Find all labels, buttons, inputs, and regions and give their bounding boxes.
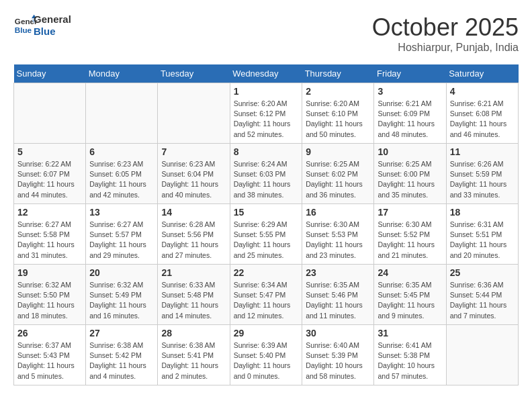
- day-info: Sunrise: 6:22 AM Sunset: 6:07 PM Dayligh…: [17, 159, 82, 200]
- day-info: Sunrise: 6:30 AM Sunset: 5:52 PM Dayligh…: [378, 220, 442, 261]
- day-number: 17: [378, 207, 442, 218]
- day-number: 28: [161, 328, 226, 338]
- weekday-header: Friday: [374, 64, 446, 83]
- day-number: 13: [89, 207, 154, 218]
- day-number: 8: [234, 146, 299, 157]
- logo-line1: General: [34, 13, 71, 26]
- calendar-cell: 12Sunrise: 6:27 AM Sunset: 5:58 PM Dayli…: [14, 204, 86, 265]
- day-info: Sunrise: 6:28 AM Sunset: 5:56 PM Dayligh…: [161, 220, 226, 261]
- day-number: 18: [450, 207, 515, 218]
- calendar-week-row: 19Sunrise: 6:32 AM Sunset: 5:50 PM Dayli…: [14, 265, 519, 325]
- day-info: Sunrise: 6:35 AM Sunset: 5:45 PM Dayligh…: [378, 280, 442, 321]
- day-info: Sunrise: 6:21 AM Sunset: 6:08 PM Dayligh…: [450, 99, 515, 140]
- day-number: 5: [17, 146, 82, 157]
- weekday-header: Thursday: [302, 64, 374, 83]
- calendar-cell: 16Sunrise: 6:30 AM Sunset: 5:53 PM Dayli…: [302, 204, 374, 265]
- day-info: Sunrise: 6:37 AM Sunset: 5:43 PM Dayligh…: [17, 340, 82, 381]
- day-number: 11: [450, 146, 515, 157]
- calendar-cell: 27Sunrise: 6:38 AM Sunset: 5:42 PM Dayli…: [86, 325, 158, 385]
- calendar-week-row: 1Sunrise: 6:20 AM Sunset: 6:12 PM Daylig…: [14, 83, 519, 144]
- day-number: 25: [450, 267, 515, 278]
- calendar-cell: 28Sunrise: 6:38 AM Sunset: 5:41 PM Dayli…: [158, 325, 230, 385]
- day-number: 24: [378, 267, 442, 278]
- day-info: Sunrise: 6:29 AM Sunset: 5:55 PM Dayligh…: [234, 220, 299, 261]
- day-info: Sunrise: 6:27 AM Sunset: 5:58 PM Dayligh…: [17, 220, 82, 261]
- calendar-week-row: 5Sunrise: 6:22 AM Sunset: 6:07 PM Daylig…: [14, 144, 519, 204]
- day-info: Sunrise: 6:24 AM Sunset: 6:03 PM Dayligh…: [234, 159, 299, 200]
- day-info: Sunrise: 6:32 AM Sunset: 5:50 PM Dayligh…: [17, 280, 82, 321]
- day-number: 9: [306, 146, 370, 157]
- day-info: Sunrise: 6:39 AM Sunset: 5:40 PM Dayligh…: [234, 340, 299, 381]
- calendar-cell: [14, 83, 86, 144]
- calendar-cell: 9Sunrise: 6:25 AM Sunset: 6:02 PM Daylig…: [302, 144, 374, 204]
- weekday-header: Tuesday: [158, 64, 230, 83]
- day-info: Sunrise: 6:32 AM Sunset: 5:49 PM Dayligh…: [89, 280, 154, 321]
- calendar-cell: 19Sunrise: 6:32 AM Sunset: 5:50 PM Dayli…: [14, 265, 86, 325]
- day-info: Sunrise: 6:20 AM Sunset: 6:10 PM Dayligh…: [306, 99, 370, 140]
- logo-line2: Blue: [34, 26, 71, 38]
- calendar-cell: 14Sunrise: 6:28 AM Sunset: 5:56 PM Dayli…: [158, 204, 230, 265]
- calendar-cell: 22Sunrise: 6:34 AM Sunset: 5:47 PM Dayli…: [230, 265, 302, 325]
- day-info: Sunrise: 6:34 AM Sunset: 5:47 PM Dayligh…: [234, 280, 299, 321]
- calendar-cell: 29Sunrise: 6:39 AM Sunset: 5:40 PM Dayli…: [230, 325, 302, 385]
- calendar-cell: 1Sunrise: 6:20 AM Sunset: 6:12 PM Daylig…: [230, 83, 302, 144]
- calendar-cell: [446, 325, 518, 385]
- calendar-cell: 24Sunrise: 6:35 AM Sunset: 5:45 PM Dayli…: [374, 265, 446, 325]
- calendar-cell: 21Sunrise: 6:33 AM Sunset: 5:48 PM Dayli…: [158, 265, 230, 325]
- day-number: 27: [89, 328, 154, 338]
- day-info: Sunrise: 6:25 AM Sunset: 6:00 PM Dayligh…: [378, 159, 442, 200]
- day-info: Sunrise: 6:23 AM Sunset: 6:04 PM Dayligh…: [161, 159, 226, 200]
- day-number: 14: [161, 207, 226, 218]
- logo: General Blue General Blue: [13, 13, 71, 38]
- calendar-cell: [158, 83, 230, 144]
- weekday-header: Monday: [86, 64, 158, 83]
- day-number: 21: [161, 267, 226, 278]
- location: Hoshiarpur, Punjab, India: [372, 42, 519, 54]
- calendar-cell: 3Sunrise: 6:21 AM Sunset: 6:09 PM Daylig…: [374, 83, 446, 144]
- calendar-week-row: 26Sunrise: 6:37 AM Sunset: 5:43 PM Dayli…: [14, 325, 519, 385]
- calendar-cell: 25Sunrise: 6:36 AM Sunset: 5:44 PM Dayli…: [446, 265, 518, 325]
- day-info: Sunrise: 6:31 AM Sunset: 5:51 PM Dayligh…: [450, 220, 515, 261]
- day-info: Sunrise: 6:36 AM Sunset: 5:44 PM Dayligh…: [450, 280, 515, 321]
- calendar-cell: 23Sunrise: 6:35 AM Sunset: 5:46 PM Dayli…: [302, 265, 374, 325]
- calendar-cell: 11Sunrise: 6:26 AM Sunset: 5:59 PM Dayli…: [446, 144, 518, 204]
- day-number: 10: [378, 146, 442, 157]
- day-info: Sunrise: 6:35 AM Sunset: 5:46 PM Dayligh…: [306, 280, 370, 321]
- day-info: Sunrise: 6:40 AM Sunset: 5:39 PM Dayligh…: [306, 340, 370, 381]
- day-number: 6: [89, 146, 154, 157]
- day-info: Sunrise: 6:38 AM Sunset: 5:41 PM Dayligh…: [161, 340, 226, 381]
- day-number: 2: [306, 86, 370, 97]
- calendar-week-row: 12Sunrise: 6:27 AM Sunset: 5:58 PM Dayli…: [14, 204, 519, 265]
- day-number: 16: [306, 207, 370, 218]
- day-info: Sunrise: 6:21 AM Sunset: 6:09 PM Dayligh…: [378, 99, 442, 140]
- calendar-cell: 4Sunrise: 6:21 AM Sunset: 6:08 PM Daylig…: [446, 83, 518, 144]
- day-number: 31: [378, 328, 442, 338]
- svg-text:Blue: Blue: [15, 26, 32, 34]
- day-info: Sunrise: 6:33 AM Sunset: 5:48 PM Dayligh…: [161, 280, 226, 321]
- page-header: General Blue General Blue October 2025 H…: [13, 13, 519, 54]
- day-number: 29: [234, 328, 299, 338]
- calendar-cell: 7Sunrise: 6:23 AM Sunset: 6:04 PM Daylig…: [158, 144, 230, 204]
- day-number: 3: [378, 86, 442, 97]
- calendar-table: SundayMondayTuesdayWednesdayThursdayFrid…: [13, 64, 519, 385]
- day-number: 22: [234, 267, 299, 278]
- day-info: Sunrise: 6:25 AM Sunset: 6:02 PM Dayligh…: [306, 159, 370, 200]
- day-info: Sunrise: 6:38 AM Sunset: 5:42 PM Dayligh…: [89, 340, 154, 381]
- calendar-cell: 5Sunrise: 6:22 AM Sunset: 6:07 PM Daylig…: [14, 144, 86, 204]
- month-title: October 2025: [372, 13, 519, 42]
- day-info: Sunrise: 6:20 AM Sunset: 6:12 PM Dayligh…: [234, 99, 299, 140]
- calendar-cell: 17Sunrise: 6:30 AM Sunset: 5:52 PM Dayli…: [374, 204, 446, 265]
- calendar-cell: [86, 83, 158, 144]
- calendar-cell: 13Sunrise: 6:27 AM Sunset: 5:57 PM Dayli…: [86, 204, 158, 265]
- day-number: 12: [17, 207, 82, 218]
- calendar-cell: 2Sunrise: 6:20 AM Sunset: 6:10 PM Daylig…: [302, 83, 374, 144]
- calendar-cell: 26Sunrise: 6:37 AM Sunset: 5:43 PM Dayli…: [14, 325, 86, 385]
- day-number: 26: [17, 328, 82, 338]
- day-info: Sunrise: 6:30 AM Sunset: 5:53 PM Dayligh…: [306, 220, 370, 261]
- day-number: 23: [306, 267, 370, 278]
- calendar-cell: 6Sunrise: 6:23 AM Sunset: 6:05 PM Daylig…: [86, 144, 158, 204]
- day-number: 20: [89, 267, 154, 278]
- day-number: 19: [17, 267, 82, 278]
- calendar-cell: 8Sunrise: 6:24 AM Sunset: 6:03 PM Daylig…: [230, 144, 302, 204]
- day-info: Sunrise: 6:23 AM Sunset: 6:05 PM Dayligh…: [89, 159, 154, 200]
